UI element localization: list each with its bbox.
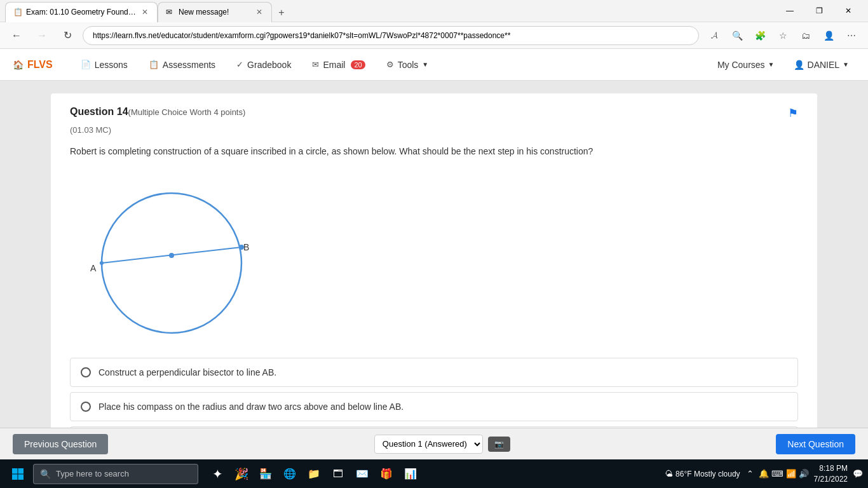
question-number: Question 14 (70, 106, 128, 117)
tab-exam[interactable]: 📋 Exam: 01.10 Geometry Foundati... ✕ (5, 2, 158, 22)
taskbar-edge-icon[interactable]: 🌐 (278, 463, 301, 485)
tools-label: Tools (398, 60, 419, 70)
tab-favicon-exam: 📋 (13, 8, 22, 17)
svg-rect-7 (12, 468, 18, 474)
answer-text-b: Place his compass on the radius and draw… (98, 402, 403, 412)
clock-date: 7/21/2022 (814, 474, 848, 485)
flag-icon[interactable]: ⚑ (788, 106, 798, 120)
favorites-icon[interactable]: ☆ (773, 25, 793, 46)
question-header: Question 14(Multiple Choice Worth 4 poin… (70, 106, 798, 120)
question-text: Robert is completing construction of a s… (70, 145, 798, 158)
taskbar-clock[interactable]: 8:18 PM 7/21/2022 (814, 463, 848, 485)
tabs-bar: 📋 Exam: 01.10 Geometry Foundati... ✕ ✉ N… (5, 0, 775, 22)
radio-b[interactable] (81, 402, 91, 412)
nav-tools[interactable]: ⚙ Tools ▼ (377, 55, 438, 75)
tools-icon: ⚙ (386, 60, 394, 69)
taskbar-search-input[interactable] (56, 469, 191, 478)
geometry-diagram: A B (83, 171, 261, 342)
flvs-logo[interactable]: 🏠 FLVS (13, 59, 53, 71)
previous-question-button[interactable]: Previous Question (13, 434, 108, 454)
lessons-label: Lessons (95, 60, 128, 70)
start-button[interactable] (5, 461, 31, 487)
radio-a[interactable] (81, 367, 91, 377)
taskbar-celebrations-icon[interactable]: 🎉 (230, 463, 253, 485)
refresh-button[interactable]: ↻ (57, 25, 78, 46)
diagram-container: A B (70, 171, 798, 342)
question-title: Question 14(Multiple Choice Worth 4 poin… (70, 106, 245, 117)
nav-right: My Courses ▼ 👤 DANIEL ▼ (711, 56, 855, 74)
answer-option-a[interactable]: Construct a perpendicular bisector to li… (70, 358, 798, 387)
question-meta: (Multiple Choice Worth 4 points) (128, 107, 246, 117)
toolbar-icons: 𝓐 🔍 🧩 ☆ 🗂 👤 ⋯ (704, 25, 862, 46)
wifi-icon[interactable]: 📶 (786, 469, 796, 478)
svg-rect-9 (12, 474, 18, 480)
notification-icon[interactable]: 🔔 (759, 469, 769, 478)
action-center-icon[interactable]: 💬 (853, 469, 863, 478)
keyboard-icon[interactable]: ⌨ (771, 469, 783, 478)
weather-icon: 🌤 (665, 469, 673, 478)
sound-icon[interactable]: 🔊 (799, 469, 809, 478)
tab-close-exam[interactable]: ✕ (140, 6, 149, 18)
next-question-button[interactable]: Next Question (776, 434, 855, 454)
nav-lessons[interactable]: 📄 Lessons (72, 55, 137, 75)
taskbar-gift-icon[interactable]: 🎁 (375, 463, 398, 485)
answer-option-b[interactable]: Place his compass on the radius and draw… (70, 392, 798, 421)
taskbar-mail-icon[interactable]: ✉️ (351, 463, 374, 485)
taskbar-taskview-icon[interactable]: 🗔 (327, 463, 349, 485)
search-toolbar-icon[interactable]: 🔍 (727, 25, 747, 46)
chevron-icon[interactable]: ⌃ (747, 469, 754, 478)
minimize-button[interactable]: — (775, 0, 804, 22)
my-courses-button[interactable]: My Courses ▼ (711, 56, 781, 74)
restore-button[interactable]: ❐ (804, 0, 834, 22)
flvs-logo-icon: 🏠 (13, 60, 24, 70)
nav-items: 📄 Lessons 📋 Assessments ✓ Gradebook ✉ Em… (72, 55, 711, 75)
question-code: (01.03 MC) (70, 125, 798, 135)
svg-rect-10 (18, 474, 24, 480)
flvs-navbar: 🏠 FLVS 📄 Lessons 📋 Assessments ✓ Gradebo… (0, 49, 868, 81)
tab-title-message: New message! (179, 8, 251, 17)
camera-button[interactable]: 📷 (488, 437, 510, 452)
answer-options: Construct a perpendicular bisector to li… (70, 358, 798, 428)
forward-button[interactable]: → (32, 25, 52, 46)
gradebook-icon: ✓ (236, 60, 243, 69)
svg-text:A: A (90, 263, 97, 273)
svg-point-0 (102, 193, 241, 333)
more-icon[interactable]: ⋯ (841, 25, 862, 46)
user-chevron: ▼ (843, 61, 849, 68)
browser-extensions-icon[interactable]: 🧩 (750, 25, 770, 46)
back-button[interactable]: ← (6, 25, 27, 46)
user-menu-button[interactable]: 👤 DANIEL ▼ (787, 56, 855, 74)
svg-point-2 (169, 253, 174, 258)
question-dropdown[interactable]: Question 1 (Answered) (374, 435, 483, 454)
tab-title-exam: Exam: 01.10 Geometry Foundati... (26, 8, 137, 17)
tab-close-message[interactable]: ✕ (255, 6, 264, 18)
content-area: Question 14(Multiple Choice Worth 4 poin… (0, 81, 868, 428)
taskbar: 🔍 ✦ 🎉 🏪 🌐 📁 🗔 ✉️ 🎁 📊 🌤 86°F Mostly cloud… (0, 459, 868, 488)
address-input[interactable] (83, 26, 699, 45)
nav-gradebook[interactable]: ✓ Gradebook (227, 55, 300, 75)
question-code-text: (01.03 MC) (70, 125, 111, 135)
taskbar-office-icon[interactable]: 📊 (399, 463, 422, 485)
svg-text:B: B (243, 242, 249, 252)
taskbar-explorer-icon[interactable]: 📁 (302, 463, 325, 485)
profile-icon[interactable]: 👤 (818, 25, 839, 46)
new-tab-button[interactable]: + (272, 3, 291, 22)
nav-email[interactable]: ✉ Email 20 (303, 55, 374, 75)
tab-favicon-message: ✉ (166, 8, 175, 17)
taskbar-store-icon[interactable]: 🏪 (254, 463, 277, 485)
taskbar-cortana-icon[interactable]: ✦ (206, 463, 229, 485)
tab-message[interactable]: ✉ New message! ✕ (158, 2, 272, 22)
read-aloud-icon[interactable]: 𝓐 (704, 25, 724, 46)
address-bar: ← → ↻ 𝓐 🔍 🧩 ☆ 🗂 👤 ⋯ (0, 22, 868, 49)
nav-assessments[interactable]: 📋 Assessments (140, 55, 224, 75)
flvs-logo-text: FLVS (27, 59, 53, 71)
assessments-icon: 📋 (149, 60, 159, 69)
collections-icon[interactable]: 🗂 (796, 25, 816, 46)
lessons-icon: 📄 (81, 60, 91, 69)
taskbar-search[interactable]: 🔍 (33, 464, 198, 484)
search-icon: 🔍 (40, 469, 51, 479)
close-button[interactable]: ✕ (834, 0, 863, 22)
bottom-bar: Previous Question Question 1 (Answered) … (0, 428, 868, 459)
user-label: DANIEL (808, 60, 840, 70)
taskbar-sys-icons: 🌤 86°F Mostly cloudy ⌃ 🔔 ⌨ 📶 🔊 (665, 469, 809, 478)
